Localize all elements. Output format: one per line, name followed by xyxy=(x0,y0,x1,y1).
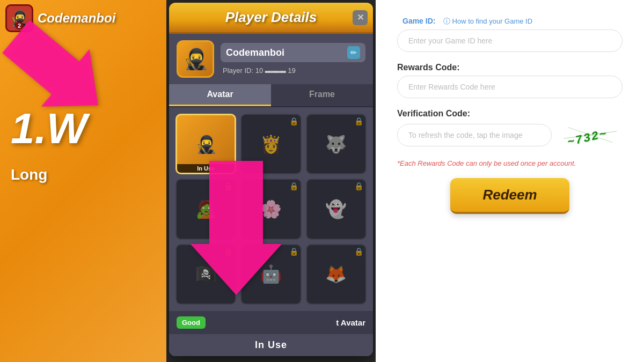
avatar-emoji-7: 🏴‍☠️ xyxy=(195,264,217,284)
lock-icon-9: 🔒 xyxy=(354,247,363,256)
avatar-emoji-4: 🧟 xyxy=(195,199,217,219)
avatar-emoji-5: 🌸 xyxy=(260,199,282,219)
verification-label: Verification Code: xyxy=(397,109,623,119)
avatar-slot-2[interactable]: 👸 🔒 xyxy=(240,114,301,174)
avatar-slot-7[interactable]: 🏴‍☠️ 🔒 xyxy=(175,244,236,305)
game-id-input[interactable] xyxy=(397,29,623,52)
right-panel: Game ID: ⓘ How to find your Game ID Rewa… xyxy=(376,0,644,362)
avatar-slot-5[interactable]: 🌸 🔒 xyxy=(240,179,301,239)
player-info-section: 🥷 Codemanboi ✏ Player ID: 10 ▬▬▬ 19 xyxy=(169,34,373,84)
svg-text:~732~: ~732~ xyxy=(566,127,609,149)
avatar-emoji-6: 👻 xyxy=(325,199,347,219)
avatar-slot-1[interactable]: 🥷 In Use xyxy=(175,114,236,174)
player-name-box: Codemanboi ✏ xyxy=(221,43,365,62)
game-id-label: Game ID: xyxy=(402,17,435,25)
lock-icon-7: 🔒 xyxy=(224,247,233,256)
close-button[interactable]: ✕ xyxy=(353,10,368,25)
player-id-text: Player ID: 10 ▬▬▬ 19 xyxy=(221,67,296,75)
in-use-badge-1: In Use xyxy=(177,164,235,173)
rewards-code-group: Rewards Code: xyxy=(397,63,623,98)
avatar-slot-8[interactable]: 🤖 🔒 xyxy=(240,244,301,305)
edit-icon[interactable]: ✏ xyxy=(347,46,360,59)
verification-row: ~732~ xyxy=(397,122,623,149)
avatar-grid: 🥷 In Use 👸 🔒 🐺 🔒 🧟 🔒 xyxy=(169,107,373,311)
tab-frame[interactable]: Frame xyxy=(271,84,373,106)
captcha-text: ~732~ xyxy=(562,117,619,152)
avatar-emoji-8: 🤖 xyxy=(260,264,282,284)
lock-icon-2: 🔒 xyxy=(289,117,298,125)
game-id-group: Game ID: ⓘ How to find your Game ID xyxy=(397,16,623,52)
game-id-hint[interactable]: ⓘ How to find your Game ID xyxy=(443,17,532,25)
dialog-header: Player Details ✕ xyxy=(169,3,373,34)
lock-icon-5: 🔒 xyxy=(289,182,298,190)
verification-group: Verification Code: ~732~ xyxy=(397,109,623,149)
avatar-slot-3[interactable]: 🐺 🔒 xyxy=(306,114,367,174)
tab-avatar[interactable]: Avatar xyxy=(169,84,271,106)
avatar-slot-9[interactable]: 🦊 🔒 xyxy=(306,244,367,305)
dialog-bottom-bar: Good t Avatar xyxy=(169,311,373,334)
lock-icon-4: 🔒 xyxy=(224,182,233,190)
avatar-emoji-9: 🦊 xyxy=(325,264,347,284)
avatar-emoji-1: 🥷 xyxy=(195,134,217,154)
avatar-slot-6[interactable]: 👻 🔒 xyxy=(306,179,367,239)
notice-text: *Each Rewards Code can only be used once… xyxy=(397,159,623,167)
lock-icon-3: 🔒 xyxy=(354,117,363,125)
sub-text: Long xyxy=(11,166,47,183)
game-id-label-row: Game ID: ⓘ How to find your Game ID xyxy=(397,16,623,26)
tab-bar: Avatar Frame xyxy=(169,84,373,107)
left-panel: 🥷 2 Codemanboi 1.W Long xyxy=(0,0,166,362)
redeem-button[interactable]: Redeem xyxy=(450,178,569,214)
captcha-image[interactable]: ~732~ xyxy=(558,122,623,149)
avatar-emoji-2: 👸 xyxy=(260,134,282,154)
player-info-right: Codemanboi ✏ Player ID: 10 ▬▬▬ 19 xyxy=(221,43,365,75)
dialog-status: In Use xyxy=(169,334,373,356)
rewards-code-label: Rewards Code: xyxy=(397,63,623,72)
player-avatar-dialog: 🥷 xyxy=(177,40,214,78)
lock-icon-8: 🔒 xyxy=(289,247,298,256)
dialog-box: Player Details ✕ 🥷 Codemanboi ✏ Player I… xyxy=(169,3,373,356)
set-avatar-button[interactable]: t Avatar xyxy=(336,318,365,327)
player-name-dialog: Codemanboi xyxy=(226,47,284,58)
lock-icon-6: 🔒 xyxy=(354,182,363,190)
rewards-code-input[interactable] xyxy=(397,76,623,98)
good-badge: Good xyxy=(177,316,206,329)
verification-input[interactable] xyxy=(397,124,552,146)
dialog-overlay: Player Details ✕ 🥷 Codemanboi ✏ Player I… xyxy=(166,0,376,362)
avatar-slot-4[interactable]: 🧟 🔒 xyxy=(175,179,236,239)
avatar-emoji-3: 🐺 xyxy=(325,134,347,154)
dialog-title: Player Details xyxy=(225,9,317,26)
big-text: 1.W xyxy=(11,107,87,150)
middle-panel: Player Details ✕ 🥷 Codemanboi ✏ Player I… xyxy=(166,0,376,362)
